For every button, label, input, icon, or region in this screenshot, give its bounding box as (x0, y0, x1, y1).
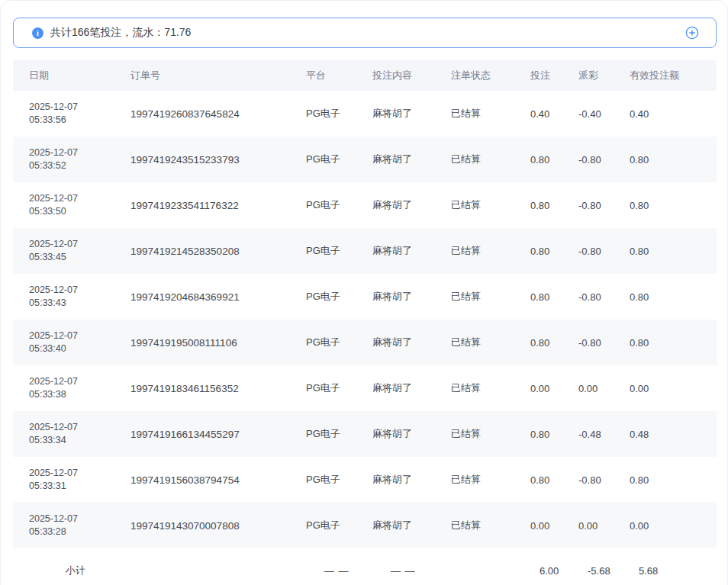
payout-cell: -0.48 (578, 411, 630, 457)
status-cell: 已结算 (451, 411, 530, 457)
order-cell: 1997419143070007808 (130, 503, 306, 548)
content-cell: 麻将胡了 (372, 182, 451, 228)
column-header: 有效投注额 (630, 60, 717, 91)
table-row: 2025-12-0705:33:341997419166134455297PG电… (13, 411, 717, 457)
bet-cell: 0.80 (530, 274, 578, 320)
payout-cell: -0.40 (578, 91, 630, 137)
bet-cell: 0.80 (530, 137, 578, 182)
content-cell: 麻将胡了 (372, 503, 451, 548)
valid-cell: 0.00 (630, 503, 717, 548)
order-cell: 1997419183461156352 (130, 365, 306, 411)
subtotal-bet-cell: 6.00 (530, 548, 578, 585)
bet-cell: 0.00 (530, 365, 578, 411)
valid-cell: 0.80 (630, 182, 717, 228)
content-cell: 麻将胡了 (372, 320, 451, 365)
content-cell: 麻将胡了 (372, 365, 451, 411)
subtotal-payout-cell: -5.68 (578, 548, 630, 585)
bet-cell: 0.40 (530, 91, 578, 137)
platform-cell: PG电子 (306, 228, 372, 274)
status-cell: 已结算 (451, 228, 530, 274)
date-cell: 2025-12-0705:33:28 (13, 503, 130, 548)
date-cell: 2025-12-0705:33:38 (13, 365, 130, 411)
status-cell: 已结算 (451, 182, 530, 228)
bet-cell: 0.80 (530, 182, 578, 228)
date-cell: 2025-12-0705:33:50 (13, 182, 130, 228)
platform-cell: PG电子 (306, 457, 372, 503)
table-row: 2025-12-0705:33:521997419243515233793PG电… (13, 137, 717, 182)
date-cell: 2025-12-0705:33:34 (13, 411, 130, 457)
bet-cell: 0.80 (530, 320, 578, 365)
status-cell: 已结算 (451, 274, 530, 320)
date-cell: 2025-12-0705:33:45 (13, 228, 130, 274)
table-row: 2025-12-0705:33:311997419156038794754PG电… (13, 457, 717, 503)
subtotal-platform-cell: — — (306, 548, 372, 585)
content-cell: 麻将胡了 (372, 457, 451, 503)
order-cell: 1997419195008111106 (130, 320, 306, 365)
table-row: 2025-12-0705:33:451997419214528350208PG电… (13, 228, 717, 274)
bet-cell: 0.80 (530, 228, 578, 274)
order-cell: 1997419214528350208 (130, 228, 306, 274)
valid-cell: 0.80 (630, 457, 717, 503)
subtotal-label: 小计 (13, 548, 130, 585)
platform-cell: PG电子 (306, 503, 372, 548)
date-cell: 2025-12-0705:33:40 (13, 320, 130, 365)
payout-cell: -0.80 (578, 320, 630, 365)
circle-plus-icon[interactable] (685, 26, 699, 40)
payout-cell: 0.00 (578, 503, 630, 548)
column-header: 注单状态 (451, 60, 530, 91)
payout-cell: -0.80 (578, 182, 630, 228)
info-icon: i (32, 27, 43, 39)
date-cell: 2025-12-0705:33:52 (13, 137, 130, 182)
platform-cell: PG电子 (306, 320, 372, 365)
summary-text: 共计166笔投注，流水：71.76 (50, 26, 685, 40)
platform-cell: PG电子 (306, 182, 372, 228)
table-row: 2025-12-0705:33:561997419260837645824PG电… (13, 91, 717, 137)
valid-cell: 0.48 (630, 411, 717, 457)
valid-cell: 0.40 (630, 91, 717, 137)
valid-cell: 0.80 (630, 137, 717, 182)
table-row: 2025-12-0705:33:381997419183461156352PG电… (13, 365, 717, 411)
column-header: 投注内容 (372, 60, 451, 91)
status-cell: 已结算 (451, 91, 530, 137)
valid-cell: 0.00 (630, 365, 717, 411)
payout-cell: -0.80 (578, 228, 630, 274)
content-cell: 麻将胡了 (372, 274, 451, 320)
status-cell: 已结算 (451, 365, 530, 411)
table-header-row: 日期订单号平台投注内容注单状态投注派彩有效投注额 (13, 60, 717, 91)
order-cell: 1997419156038794754 (130, 457, 306, 503)
column-header: 订单号 (130, 60, 306, 91)
payout-cell: -0.80 (578, 274, 630, 320)
payout-cell: 0.00 (578, 365, 630, 411)
table-row: 2025-12-0705:33:431997419204684369921PG电… (13, 274, 717, 320)
content-cell: 麻将胡了 (372, 91, 451, 137)
payout-cell: -0.80 (578, 457, 630, 503)
subtotal-row: 小计 — — — — 6.00 -5.68 5.68 (13, 548, 717, 585)
column-header: 投注 (530, 60, 578, 91)
order-cell: 1997419204684369921 (130, 274, 306, 320)
table-body: 2025-12-0705:33:561997419260837645824PG电… (13, 91, 717, 548)
column-header: 派彩 (578, 60, 630, 91)
status-cell: 已结算 (451, 503, 530, 548)
platform-cell: PG电子 (306, 137, 372, 182)
subtotal-content-cell: — — (372, 548, 451, 585)
valid-cell: 0.80 (630, 228, 717, 274)
order-cell: 1997419233541176322 (130, 182, 306, 228)
platform-cell: PG电子 (306, 411, 372, 457)
bet-cell: 0.00 (530, 503, 578, 548)
order-cell: 1997419243515233793 (130, 137, 306, 182)
bet-cell: 0.80 (530, 411, 578, 457)
bet-records-page: i 共计166笔投注，流水：71.76 日期订单号平台投注内容注单状态投注派彩有… (0, 0, 728, 585)
content-cell: 麻将胡了 (372, 411, 451, 457)
valid-cell: 0.80 (630, 274, 717, 320)
subtotal-order-cell (130, 548, 306, 585)
order-cell: 1997419166134455297 (130, 411, 306, 457)
table-row: 2025-12-0705:33:501997419233541176322PG电… (13, 182, 717, 228)
table-row: 2025-12-0705:33:281997419143070007808PG电… (13, 503, 717, 548)
content-cell: 麻将胡了 (372, 137, 451, 182)
content-cell: 麻将胡了 (372, 228, 451, 274)
date-cell: 2025-12-0705:33:31 (13, 457, 130, 503)
platform-cell: PG电子 (306, 91, 372, 137)
subtotal-valid-cell: 5.68 (630, 548, 717, 585)
summary-bar: i 共计166笔投注，流水：71.76 (13, 18, 717, 48)
platform-cell: PG电子 (306, 274, 372, 320)
